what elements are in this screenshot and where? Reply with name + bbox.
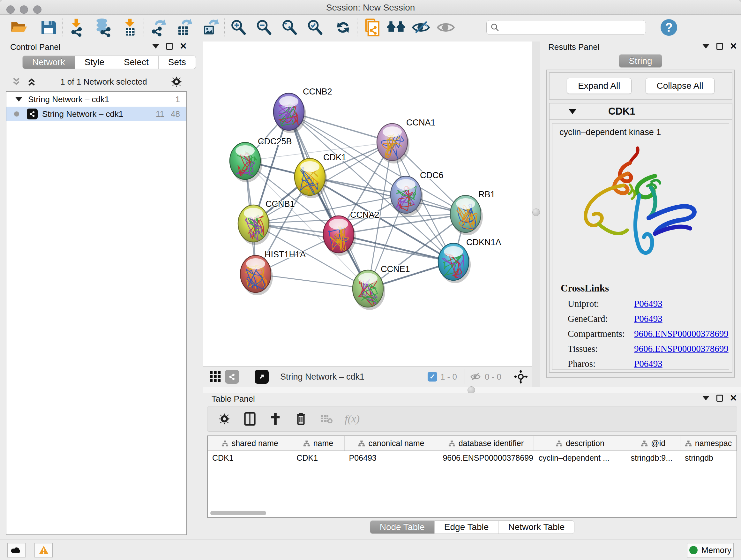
protein-header[interactable]: CDK1 — [549, 104, 732, 120]
import-table-file-icon[interactable] — [120, 17, 140, 37]
tab-network-table[interactable]: Network Table — [498, 520, 575, 534]
add-column-icon[interactable] — [268, 412, 283, 426]
table-hscrollbar[interactable] — [208, 511, 737, 516]
graph-node-RB1[interactable]: RB1 — [450, 190, 495, 235]
crosslink-link[interactable]: P06493 — [634, 314, 663, 324]
search-input[interactable] — [502, 23, 642, 33]
tab-style[interactable]: Style — [75, 56, 114, 69]
column-header-name[interactable]: name — [292, 436, 344, 451]
import-network-file-icon[interactable] — [66, 17, 86, 37]
memory-button[interactable]: Memory — [687, 543, 734, 557]
export-image-icon[interactable] — [200, 17, 220, 37]
node-label-HIST1H1A: HIST1H1A — [265, 250, 306, 259]
grid-view-icon[interactable] — [209, 370, 222, 383]
control-panel-tabs: NetworkStyleSelectSets — [22, 56, 196, 69]
tab-string[interactable]: String — [619, 54, 662, 68]
zoom-in-icon[interactable] — [228, 17, 248, 37]
panel-menu-icon[interactable] — [152, 44, 159, 49]
app-window: Session: New Session — [0, 0, 741, 560]
gear-icon[interactable] — [171, 76, 183, 88]
tab-network[interactable]: Network — [22, 56, 75, 69]
panel-close-icon[interactable]: ✕ — [180, 43, 187, 50]
save-session-icon[interactable] — [38, 17, 58, 37]
table-gear-icon[interactable] — [217, 412, 232, 426]
warning-icon[interactable] — [35, 543, 53, 557]
selected-checkbox-icon[interactable]: ✓ — [428, 372, 437, 381]
tab-edge-table[interactable]: Edge Table — [434, 520, 499, 534]
crosslink-link[interactable]: 9606.ENSP00000378699 — [634, 344, 729, 354]
column-header-namespac[interactable]: namespac — [680, 436, 737, 451]
duplicate-network-icon[interactable] — [361, 17, 381, 37]
collapse-all-button[interactable]: Collapse All — [646, 78, 715, 94]
tab-node-table[interactable]: Node Table — [370, 520, 434, 534]
network-canvas[interactable]: CCNB2CCNA1CDC25BCDK1CDC6RB1CCNB1CCNA2CDK… — [203, 42, 532, 366]
crosslink-link[interactable]: P06493 — [634, 299, 663, 309]
column-header-@id[interactable]: @id — [626, 436, 680, 451]
network-collection-label: String Network – cdk1 — [28, 95, 176, 105]
crosslink-link[interactable]: P06493 — [634, 359, 663, 369]
delete-column-icon[interactable] — [293, 412, 308, 426]
refresh-layout-icon[interactable] — [333, 17, 353, 37]
hide-selected-icon[interactable] — [411, 17, 431, 37]
column-type-icon — [303, 440, 310, 447]
graph-node-CCNA1[interactable]: CCNA1 — [377, 118, 435, 164]
graph-edge-CCNA2-CDKN1A[interactable] — [339, 234, 454, 262]
graph-node-CDK1[interactable]: CDK1 — [294, 152, 346, 198]
column-type-icon — [358, 440, 365, 447]
node-table: shared namenamecanonical namedatabase id… — [207, 435, 737, 518]
panel-menu-icon[interactable] — [702, 396, 710, 400]
graph-edge-CCNB2-CCNE1[interactable] — [289, 112, 368, 289]
graph-node-CDKN1A[interactable]: CDKN1A — [438, 238, 501, 283]
panel-float-icon[interactable] — [166, 43, 173, 50]
control-panel: Control Panel ✕ NetworkStyleSelectSets 1… — [2, 42, 191, 537]
hidden-eye-icon — [469, 371, 482, 382]
show-all-icon[interactable] — [436, 17, 456, 37]
node-label-CCNA2: CCNA2 — [350, 210, 380, 220]
graph-node-CCNB2[interactable]: CCNB2 — [273, 87, 332, 133]
zoom-fit-icon[interactable] — [280, 17, 299, 37]
horizontal-splitter[interactable] — [203, 387, 741, 393]
pan-crosshair-icon[interactable] — [514, 370, 528, 384]
zoom-out-icon[interactable] — [254, 17, 274, 37]
cloud-icon[interactable] — [7, 543, 25, 557]
help-icon[interactable]: ? — [661, 19, 677, 36]
panel-float-icon[interactable] — [717, 395, 723, 401]
open-session-icon[interactable] — [9, 17, 29, 37]
export-table-icon[interactable] — [174, 17, 194, 37]
main-toolbar: ? — [0, 15, 741, 40]
column-header-shared-name[interactable]: shared name — [208, 436, 292, 451]
network-icon-badge[interactable] — [225, 370, 239, 384]
import-network-database-icon[interactable] — [93, 17, 113, 37]
column-header-description[interactable]: description — [534, 436, 626, 451]
panel-menu-icon[interactable] — [702, 44, 710, 49]
panel-float-icon[interactable] — [717, 43, 723, 50]
expand-all-button[interactable]: Expand All — [567, 78, 631, 94]
crosslink-link[interactable]: 9606.ENSP00000378699 — [634, 328, 729, 339]
tree-expand-icon[interactable] — [15, 97, 22, 102]
birdseye-view-icon[interactable] — [255, 370, 269, 384]
graph-node-CCNE1[interactable]: CCNE1 — [353, 264, 410, 310]
collapse-all-icon[interactable] — [11, 76, 22, 87]
selected-counts: 1 - 0 — [441, 372, 457, 382]
tab-sets[interactable]: Sets — [158, 56, 196, 69]
crosslink-row: Compartments:9606.ENSP00000378699 — [561, 328, 729, 339]
network-collection-row[interactable]: String Network – cdk1 1 — [6, 92, 186, 107]
column-header-database-identifier[interactable]: database identifier — [438, 436, 534, 451]
network-row[interactable]: String Network – cdk1 11 48 — [6, 107, 186, 121]
home-icon[interactable] — [386, 17, 406, 37]
show-columns-icon[interactable] — [243, 412, 257, 426]
collapse-caret-icon[interactable] — [569, 109, 576, 114]
graph-node-HIST1H1A[interactable]: HIST1H1A — [240, 250, 306, 295]
column-header-canonical-name[interactable]: canonical name — [344, 436, 438, 451]
vertical-splitter[interactable] — [532, 42, 540, 387]
graph-node-CDC25B[interactable]: CDC25B — [230, 137, 292, 182]
panel-close-icon[interactable]: ✕ — [730, 43, 737, 50]
zoom-selected-icon[interactable] — [305, 17, 325, 37]
tab-select[interactable]: Select — [114, 56, 158, 69]
crosslink-label: GeneCard: — [561, 314, 634, 324]
table-row[interactable]: CDK1CDK1P064939606.ENSP00000378699cyclin… — [208, 451, 737, 465]
graph-node-CDC6[interactable]: CDC6 — [391, 171, 444, 216]
export-network-icon[interactable] — [148, 17, 168, 37]
expand-all-icon[interactable] — [26, 76, 37, 87]
panel-close-icon[interactable]: ✕ — [730, 395, 737, 401]
